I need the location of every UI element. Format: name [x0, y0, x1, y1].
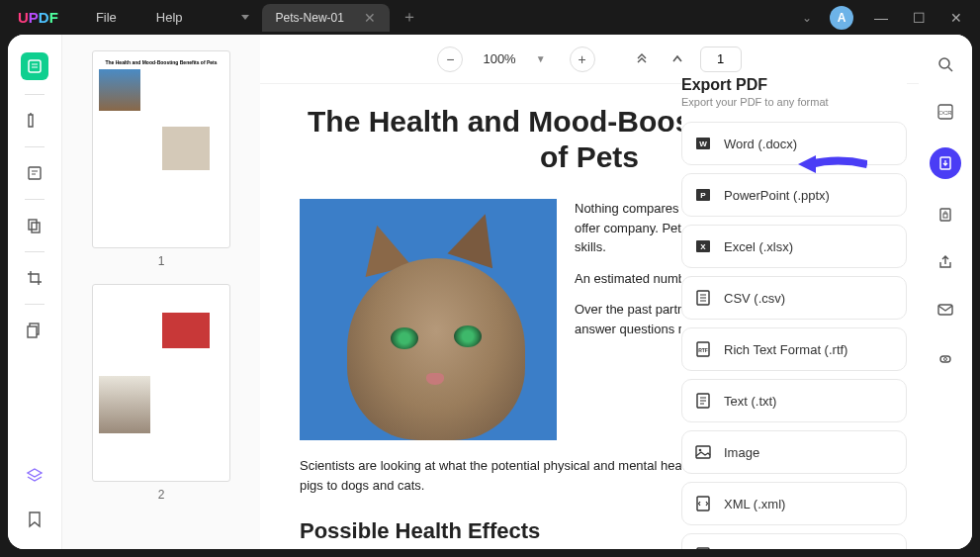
svg-text:X: X — [700, 242, 706, 251]
thumbnail-page-2[interactable]: 2 — [80, 284, 242, 502]
thumbnail-panel: The Health and Mood-Boosting Benefits of… — [62, 35, 260, 549]
svg-marker-41 — [798, 155, 816, 173]
zoom-in-button[interactable]: + — [570, 46, 595, 72]
document-tab[interactable]: Pets-New-01 ✕ — [262, 4, 390, 32]
crop-icon[interactable] — [23, 266, 46, 290]
right-toolbar: OCR — [919, 35, 972, 549]
export-text[interactable]: Text (.txt) — [681, 379, 907, 422]
zoom-out-button[interactable]: − — [437, 46, 463, 72]
svg-rect-18 — [938, 305, 952, 315]
annotate-icon[interactable] — [23, 161, 46, 185]
export-label: XML (.xml) — [724, 497, 785, 511]
maximize-button[interactable]: ☐ — [909, 10, 929, 26]
ocr-icon[interactable]: OCR — [934, 100, 957, 124]
add-tab-button[interactable]: ＋ — [401, 7, 417, 28]
svg-rect-10 — [28, 326, 37, 337]
avatar[interactable]: A — [830, 6, 853, 30]
app-logo: UPDF — [0, 9, 76, 26]
export-rtf[interactable]: RTFRich Text Format (.rtf) — [681, 327, 907, 371]
tab-indicator-icon[interactable] — [232, 7, 258, 29]
export-label: Excel (.xlsx) — [724, 239, 793, 254]
csv-icon — [694, 289, 712, 307]
thumbnail-page-1[interactable]: The Health and Mood-Boosting Benefits of… — [80, 50, 242, 268]
svg-text:W: W — [699, 139, 707, 148]
image-icon — [694, 443, 712, 461]
protect-icon[interactable] — [934, 203, 957, 227]
export-label: Word (.docx) — [724, 137, 797, 151]
svg-rect-19 — [940, 356, 950, 362]
export-panel: Export PDF Export your PDF to any format… — [681, 76, 907, 549]
svg-point-11 — [939, 58, 949, 68]
edit-icon[interactable] — [23, 109, 46, 133]
close-button[interactable]: ✕ — [946, 10, 966, 26]
svg-point-20 — [944, 358, 947, 361]
layers-icon[interactable] — [23, 464, 46, 488]
tab-title: Pets-New-01 — [276, 11, 344, 25]
svg-rect-40 — [697, 548, 709, 549]
print-icon[interactable] — [934, 345, 957, 369]
close-icon[interactable]: ✕ — [364, 10, 376, 26]
svg-rect-16 — [940, 209, 950, 221]
word-icon: W — [694, 135, 712, 152]
svg-point-38 — [699, 449, 702, 452]
left-toolbar — [8, 35, 62, 549]
export-image[interactable]: Image — [681, 430, 907, 474]
powerpoint-icon: P — [694, 186, 712, 204]
svg-marker-0 — [241, 15, 249, 20]
document-image — [300, 199, 557, 440]
menu-help[interactable]: Help — [136, 10, 203, 25]
titlebar: UPDF File Help Pets-New-01 ✕ ＋ ⌄ A — ☐ ✕ — [0, 0, 980, 35]
text-icon — [694, 392, 712, 410]
export-label: Text (.txt) — [724, 394, 776, 409]
page-first-button[interactable] — [629, 46, 655, 72]
xml-icon — [694, 495, 712, 512]
svg-rect-8 — [32, 223, 40, 232]
export-csv[interactable]: CSV (.csv) — [681, 276, 907, 320]
export-label: PowerPoint (.pptx) — [724, 188, 830, 203]
html-icon — [694, 546, 712, 549]
organize-icon[interactable] — [23, 214, 46, 237]
svg-rect-37 — [696, 446, 710, 458]
svg-text:RTF: RTF — [698, 347, 708, 353]
bookmark-icon[interactable] — [23, 508, 46, 531]
svg-line-12 — [948, 67, 952, 71]
export-excel[interactable]: XExcel (.xlsx) — [681, 225, 907, 268]
chevron-down-icon[interactable]: ⌄ — [802, 11, 812, 25]
svg-text:OCR: OCR — [938, 110, 952, 116]
thumb-number-2: 2 — [80, 488, 242, 502]
tab-area: Pets-New-01 ✕ ＋ — [232, 4, 417, 32]
page-prev-button[interactable] — [665, 46, 690, 72]
workspace: The Health and Mood-Boosting Benefits of… — [8, 35, 972, 549]
export-html[interactable]: HTML (.html) — [681, 533, 907, 549]
export-powerpoint[interactable]: PPowerPoint (.pptx) — [681, 173, 907, 217]
export-title: Export PDF — [681, 76, 907, 96]
share-icon[interactable] — [934, 250, 957, 274]
export-icon[interactable] — [930, 147, 961, 179]
svg-rect-4 — [29, 167, 41, 179]
export-label: Rich Text Format (.rtf) — [724, 342, 847, 357]
export-label: Image — [724, 445, 759, 460]
annotation-arrow — [798, 149, 867, 179]
pages-icon[interactable] — [23, 319, 46, 342]
export-subtitle: Export your PDF to any format — [681, 96, 907, 108]
rtf-icon: RTF — [694, 340, 712, 358]
page-input[interactable] — [700, 46, 742, 72]
excel-icon: X — [694, 237, 712, 255]
svg-rect-17 — [943, 214, 947, 218]
export-xml[interactable]: XML (.xml) — [681, 482, 907, 525]
export-label: CSV (.csv) — [724, 291, 785, 306]
export-word[interactable]: WWord (.docx) — [681, 122, 907, 165]
minimize-button[interactable]: — — [871, 10, 891, 26]
zoom-dropdown-icon[interactable]: ▼ — [536, 53, 556, 64]
svg-rect-7 — [29, 220, 37, 230]
search-icon[interactable] — [934, 52, 957, 76]
titlebar-right: ⌄ A — ☐ ✕ — [802, 6, 980, 30]
svg-text:P: P — [700, 191, 706, 200]
thumb-title-1: The Health and Mood-Boosting Benefits of… — [101, 59, 222, 65]
svg-rect-1 — [29, 60, 41, 72]
export-label: HTML (.html) — [724, 548, 798, 550]
email-icon[interactable] — [934, 298, 957, 322]
zoom-level: 100% — [477, 51, 521, 66]
menu-file[interactable]: File — [76, 10, 136, 25]
reader-icon[interactable] — [21, 52, 48, 80]
